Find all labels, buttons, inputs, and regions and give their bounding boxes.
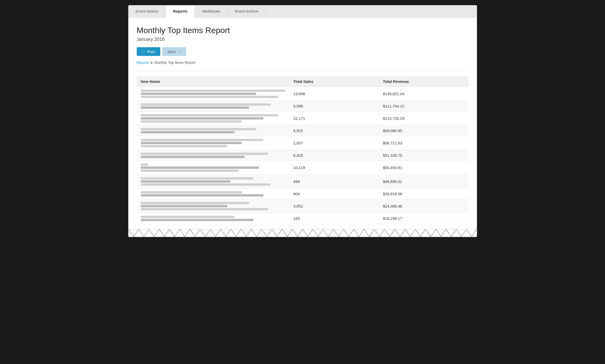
item-name-cell <box>137 175 289 189</box>
total-revenue-cell: $24,385.48 <box>379 199 468 213</box>
tab-webhooks[interactable]: Webhooks <box>195 5 228 17</box>
total-revenue-cell: $39,818.96 <box>379 189 468 199</box>
prev-button[interactable]: ← Prev <box>137 47 161 56</box>
table-header-row: Item Name Total Sales Total Revenue <box>137 76 469 87</box>
item-bar <box>141 205 227 207</box>
item-name-bars <box>141 136 285 150</box>
item-name-cell <box>137 101 289 112</box>
item-name-bars <box>141 150 285 161</box>
item-name-cell <box>137 125 289 136</box>
item-bar <box>141 131 235 133</box>
tab-event-history[interactable]: Event History <box>128 5 166 17</box>
item-bar <box>141 145 227 147</box>
breadcrumb-separator: ▶ <box>151 61 153 64</box>
total-revenue-cell: $51,335.75 <box>379 150 468 161</box>
item-bar <box>141 103 271 106</box>
item-bar <box>141 96 278 98</box>
item-name-bars <box>141 87 285 101</box>
main-container: Event History Reports Webhooks Event Arc… <box>128 5 477 237</box>
item-bar <box>141 216 235 218</box>
item-bar <box>141 177 253 180</box>
divider <box>137 71 469 71</box>
total-sales-cell: 10,119 <box>289 161 379 175</box>
total-sales-cell: 22,171 <box>289 112 379 125</box>
item-name-cell <box>137 150 289 161</box>
item-name-bars <box>141 199 285 213</box>
item-bar <box>141 117 264 120</box>
item-bar <box>141 156 245 158</box>
item-bar <box>141 128 256 130</box>
item-bar <box>141 153 268 155</box>
breadcrumb: Reports ▶ Monthly Top Items Report <box>137 61 469 65</box>
item-bar <box>141 208 268 210</box>
item-bar <box>141 163 148 166</box>
table-row: 5,588$111,704.12 <box>137 101 469 112</box>
item-bar <box>141 202 249 204</box>
item-bar <box>141 90 285 92</box>
item-bar <box>141 166 259 169</box>
total-sales-cell: 3,052 <box>289 199 379 213</box>
prev-arrow-icon: ← <box>142 49 146 54</box>
total-sales-cell: 6,915 <box>289 125 379 136</box>
item-name-cell <box>137 161 289 175</box>
item-bar <box>141 142 242 144</box>
item-bar <box>141 93 256 95</box>
item-bar <box>141 194 264 196</box>
item-bar <box>141 139 264 141</box>
total-revenue-cell: $50,493.81 <box>379 161 468 175</box>
total-sales-cell: 2,837 <box>289 136 379 150</box>
total-revenue-cell: $49,895.01 <box>379 175 468 189</box>
item-name-cell <box>137 199 289 213</box>
table-row: 499$49,895.01 <box>137 175 469 189</box>
total-revenue-cell: $111,704.12 <box>379 101 468 112</box>
item-name-cell <box>137 87 289 101</box>
item-name-bars <box>141 125 285 136</box>
tab-event-archive[interactable]: Event Archive <box>228 5 266 17</box>
tabs-bar: Event History Reports Webhooks Event Arc… <box>128 5 477 17</box>
page-subtitle: January 2018 <box>137 37 469 42</box>
item-name-cell <box>137 189 289 199</box>
report-table: Item Name Total Sales Total Revenue 13,6… <box>137 76 469 224</box>
zigzag-svg <box>128 229 477 237</box>
total-sales-cell: 183 <box>289 213 379 224</box>
total-sales-cell: 5,588 <box>289 101 379 112</box>
total-revenue-cell: $69,080.85 <box>379 125 468 136</box>
item-name-bars <box>141 189 285 199</box>
item-name-cell <box>137 112 289 125</box>
col-header-item-name: Item Name <box>137 76 289 87</box>
table-head: Item Name Total Sales Total Revenue <box>137 76 469 87</box>
item-name-bars <box>141 213 285 224</box>
nav-buttons: ← Prev Next → <box>137 47 469 56</box>
next-arrow-icon: → <box>177 49 181 54</box>
total-revenue-cell: $110,726.29 <box>379 112 468 125</box>
breadcrumb-parent-link[interactable]: Reports <box>137 61 149 65</box>
table-row: 10,119$50,493.81 <box>137 161 469 175</box>
item-name-bars <box>141 101 285 111</box>
item-name-bars <box>141 175 285 188</box>
page-title: Monthly Top Items Report <box>137 26 469 35</box>
item-bar <box>141 114 278 116</box>
item-bar <box>141 191 242 193</box>
item-bar <box>141 170 239 172</box>
table-row: 183$18,298.17 <box>137 213 469 224</box>
breadcrumb-current: Monthly Top Items Report <box>155 61 195 65</box>
col-header-total-sales: Total Sales <box>289 76 379 87</box>
total-sales-cell: 13,696 <box>289 87 379 101</box>
item-bar <box>141 106 249 109</box>
table-row: 804$39,818.96 <box>137 189 469 199</box>
table-row: 2,837$56,711.63 <box>137 136 469 150</box>
total-revenue-cell: $18,298.17 <box>379 213 468 224</box>
total-revenue-cell: $136,821.04 <box>379 87 468 101</box>
next-button[interactable]: Next → <box>162 47 186 56</box>
item-name-cell <box>137 213 289 224</box>
table-row: 6,915$69,080.85 <box>137 125 469 136</box>
item-bar <box>141 219 253 221</box>
total-sales-cell: 499 <box>289 175 379 189</box>
total-revenue-cell: $56,711.63 <box>379 136 468 150</box>
tab-reports[interactable]: Reports <box>166 5 195 17</box>
zigzag-bottom <box>128 229 477 237</box>
item-name-bars <box>141 112 285 125</box>
table-row: 6,425$51,335.75 <box>137 150 469 161</box>
item-name-cell <box>137 136 289 150</box>
table-body: 13,696$136,821.045,588$111,704.1222,171$… <box>137 87 469 224</box>
